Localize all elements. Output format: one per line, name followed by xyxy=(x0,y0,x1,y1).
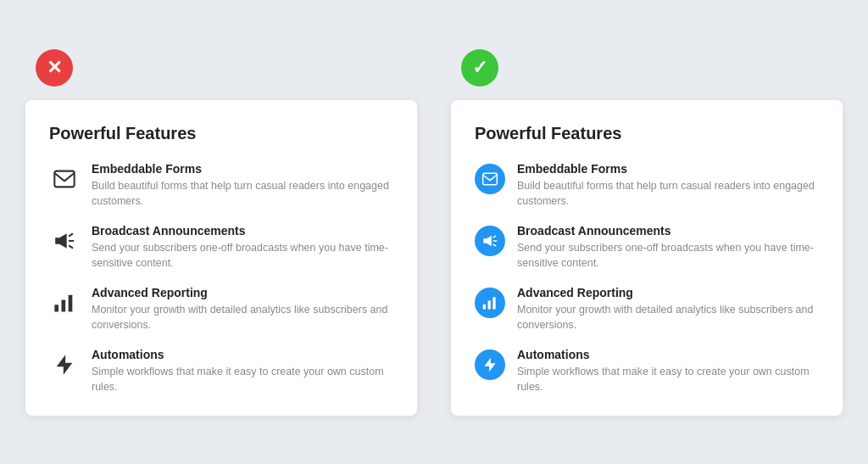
chart-icon xyxy=(53,291,76,315)
envelope-icon xyxy=(481,171,498,187)
chart-icon-wrap-colored xyxy=(475,288,505,318)
feature-desc: Monitor your growth with detailed analyt… xyxy=(517,302,819,333)
bolt-icon-wrap-colored xyxy=(475,349,505,380)
megaphone-icon xyxy=(481,232,498,249)
feature-name: Advanced Reporting xyxy=(92,286,393,299)
feature-name: Embeddable Forms xyxy=(517,162,819,176)
badge-good: ✓ xyxy=(461,49,498,87)
feature-list-bad: Embeddable Forms Build beautiful forms t… xyxy=(49,162,393,395)
feature-name: Embeddable Forms xyxy=(92,162,393,176)
feature-desc: Monitor your growth with detailed analyt… xyxy=(92,302,393,333)
megaphone-icon-wrap-colored xyxy=(475,226,505,256)
feature-desc: Simple workflows that make it easy to cr… xyxy=(92,364,393,394)
panel-good: ✓ Powerful Features Embeddable Forms Bui… xyxy=(451,49,843,416)
bolt-icon xyxy=(481,356,498,373)
feature-item: Broadcast Announcements Send your subscr… xyxy=(49,224,393,271)
feature-desc: Build beautiful forms that help turn cas… xyxy=(517,178,819,209)
feature-desc: Build beautiful forms that help turn cas… xyxy=(92,178,393,209)
feature-name: Advanced Reporting xyxy=(517,286,819,299)
envelope-icon-wrap-colored xyxy=(475,164,505,194)
feature-name: Automations xyxy=(517,348,819,361)
card-bad-title: Powerful Features xyxy=(49,124,393,143)
feature-name: Broadcast Announcements xyxy=(92,224,393,238)
feature-item: Broadcast Announcements Send your subscr… xyxy=(475,224,819,271)
feature-desc: Simple workflows that make it easy to cr… xyxy=(517,364,819,394)
envelope-icon-wrap xyxy=(49,164,80,194)
feature-name: Broadcast Announcements xyxy=(517,224,819,238)
feature-item: Advanced Reporting Monitor your growth w… xyxy=(49,286,393,333)
card-good: Powerful Features Embeddable Forms Build… xyxy=(451,100,843,416)
badge-bad: ✕ xyxy=(36,49,73,87)
panel-bad: ✕ Powerful Features Embeddable Forms Bui… xyxy=(25,49,417,416)
feature-item: Automations Simple workflows that make i… xyxy=(49,348,393,394)
card-good-title: Powerful Features xyxy=(475,124,819,143)
feature-list-good: Embeddable Forms Build beautiful forms t… xyxy=(475,162,819,395)
feature-name: Automations xyxy=(92,348,393,361)
megaphone-icon-wrap xyxy=(49,226,80,256)
card-bad: Powerful Features Embeddable Forms Build… xyxy=(25,100,417,416)
chart-icon-wrap xyxy=(49,288,80,318)
feature-desc: Send your subscribers one-off broadcasts… xyxy=(92,240,393,271)
bolt-icon xyxy=(53,353,76,377)
feature-item: Embeddable Forms Build beautiful forms t… xyxy=(49,162,393,209)
envelope-icon xyxy=(53,167,76,191)
megaphone-icon xyxy=(53,229,76,253)
feature-item: Embeddable Forms Build beautiful forms t… xyxy=(475,162,819,209)
feature-item: Advanced Reporting Monitor your growth w… xyxy=(475,286,819,333)
chart-icon xyxy=(481,294,498,311)
bolt-icon-wrap xyxy=(49,349,80,380)
feature-desc: Send your subscribers one-off broadcasts… xyxy=(517,240,819,271)
feature-item: Automations Simple workflows that make i… xyxy=(475,348,819,394)
